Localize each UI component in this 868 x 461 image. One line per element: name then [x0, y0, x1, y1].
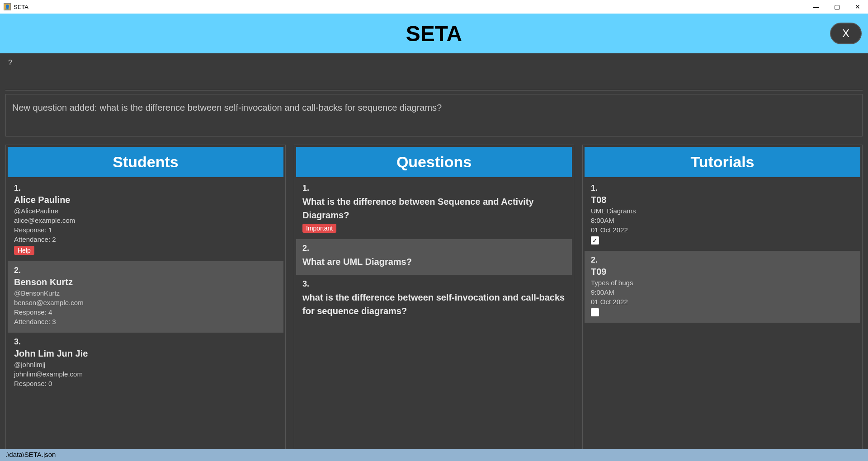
- header-banner: SETA X: [0, 14, 868, 53]
- students-header: Students: [8, 147, 283, 177]
- tutorial-checkbox[interactable]: [591, 308, 599, 316]
- students-column: Students 1.Alice Pauline@AlicePaulineali…: [5, 145, 286, 449]
- window-title: SETA: [14, 4, 28, 10]
- close-window-button[interactable]: ✕: [847, 0, 868, 14]
- app-icon: 👤: [4, 3, 11, 10]
- footer-path: .\data\SETA.json: [0, 449, 868, 461]
- tutorials-column: Tutorials 1.T08UML Diagrams8:00AM01 Oct …: [582, 145, 863, 449]
- question-text: What are UML Diagrams?: [302, 255, 566, 268]
- student-item[interactable]: 1.Alice Pauline@AlicePaulinealice@exampl…: [8, 179, 283, 261]
- titlebar: 👤 SETA — ▢ ✕: [0, 0, 868, 14]
- question-item[interactable]: 1.What is the difference between Sequenc…: [296, 179, 572, 239]
- question-tag: Important: [302, 224, 336, 233]
- item-index: 3.: [14, 337, 277, 347]
- item-index: 1.: [591, 183, 854, 193]
- app-title: SETA: [406, 21, 462, 46]
- item-index: 1.: [14, 183, 277, 193]
- student-email: johnlim@example.com: [14, 369, 277, 379]
- questions-column: Questions 1.What is the difference betwe…: [294, 145, 574, 449]
- tutorial-topic: Types of bugs: [591, 278, 854, 287]
- question-item[interactable]: 2.What are UML Diagrams?: [296, 239, 572, 275]
- questions-header: Questions: [296, 147, 572, 177]
- student-response: Response: 4: [14, 307, 277, 317]
- tutorial-date: 01 Oct 2022: [591, 297, 854, 306]
- command-input[interactable]: [5, 69, 863, 90]
- student-name: John Lim Jun Jie: [14, 348, 277, 359]
- student-item[interactable]: 3.John Lim Jun Jie@johnlimjjjohnlim@exam…: [8, 333, 283, 395]
- columns-container: Students 1.Alice Pauline@AlicePaulineali…: [5, 145, 863, 449]
- minimize-button[interactable]: —: [806, 0, 826, 14]
- item-index: 2.: [591, 255, 854, 265]
- item-index: 2.: [302, 244, 566, 253]
- question-text: What is the difference between Sequence …: [302, 195, 566, 222]
- student-handle: @johnlimjj: [14, 360, 277, 369]
- app-close-button[interactable]: X: [830, 23, 862, 44]
- question-text: what is the difference between self-invo…: [302, 291, 566, 318]
- tutorial-code: T08: [591, 195, 854, 205]
- question-item[interactable]: 3.what is the difference between self-in…: [296, 275, 572, 324]
- help-icon[interactable]: ?: [5, 57, 863, 69]
- student-name: Alice Pauline: [14, 195, 277, 205]
- student-item[interactable]: 2.Benson Kurtz@BensonKurtzbenson@example…: [8, 261, 283, 333]
- student-attendance: Attendance: 2: [14, 235, 277, 244]
- tutorials-list[interactable]: 1.T08UML Diagrams8:00AM01 Oct 2022✓2.T09…: [583, 179, 862, 449]
- content-area: ? New question added: what is the differ…: [0, 53, 868, 449]
- window-controls: — ▢ ✕: [806, 0, 868, 14]
- result-message: New question added: what is the differen…: [5, 94, 863, 136]
- students-list[interactable]: 1.Alice Pauline@AlicePaulinealice@exampl…: [6, 179, 285, 449]
- student-name: Benson Kurtz: [14, 277, 277, 287]
- tutorial-item[interactable]: 1.T08UML Diagrams8:00AM01 Oct 2022✓: [585, 179, 860, 251]
- item-index: 3.: [302, 279, 566, 289]
- tutorial-time: 8:00AM: [591, 216, 854, 225]
- student-attendance: Attendance: 3: [14, 317, 277, 326]
- student-handle: @BensonKurtz: [14, 288, 277, 298]
- questions-list[interactable]: 1.What is the difference between Sequenc…: [294, 179, 574, 449]
- tutorial-code: T09: [591, 267, 854, 277]
- maximize-button[interactable]: ▢: [826, 0, 847, 14]
- tutorial-checkbox[interactable]: ✓: [591, 236, 599, 245]
- student-email: alice@example.com: [14, 216, 277, 225]
- student-email: benson@example.com: [14, 298, 277, 307]
- student-response: Response: 0: [14, 379, 277, 388]
- item-index: 1.: [302, 183, 566, 193]
- tutorial-topic: UML Diagrams: [591, 206, 854, 216]
- item-index: 2.: [14, 266, 277, 275]
- student-response: Response: 1: [14, 225, 277, 235]
- student-tag: Help: [14, 246, 34, 255]
- tutorial-time: 9:00AM: [591, 287, 854, 297]
- student-handle: @AlicePauline: [14, 206, 277, 216]
- tutorial-date: 01 Oct 2022: [591, 225, 854, 235]
- tutorial-item[interactable]: 2.T09Types of bugs9:00AM01 Oct 2022: [585, 251, 860, 323]
- tutorials-header: Tutorials: [585, 147, 860, 177]
